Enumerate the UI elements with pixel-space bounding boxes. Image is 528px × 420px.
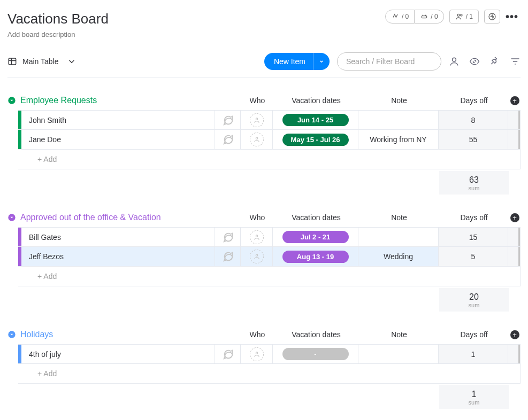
vacation-dates-cell[interactable]: Jun 14 - 25 [273,111,358,129]
note-cell[interactable] [358,111,439,129]
chevron-down-icon [319,59,324,64]
new-item-dropdown[interactable] [313,53,330,70]
more-menu-button[interactable]: ••• [506,11,518,23]
column-header-vacation-dates[interactable]: Vacation dates [273,96,359,105]
note-cell[interactable] [358,228,439,246]
conversation-cell[interactable] [215,111,241,129]
group-title[interactable]: Approved out of the office & Vacation [20,213,161,222]
activity-button[interactable] [484,10,500,24]
collapse-toggle[interactable] [7,96,16,105]
date-badge: May 15 - Jul 26 [282,134,349,146]
add-column-button[interactable]: + [510,96,519,105]
sum-box: 20 sum [439,288,509,312]
automations-button[interactable]: / 0 [385,10,415,24]
add-column-button[interactable]: + [510,330,519,339]
sum-box: 1 sum [439,385,509,409]
conversation-cell[interactable] [215,345,241,363]
vacation-dates-cell[interactable]: May 15 - Jul 26 [273,130,358,149]
people-icon [455,12,464,21]
column-header-note[interactable]: Note [359,330,439,339]
conversation-cell[interactable] [215,247,241,266]
add-item-label: + Add [21,369,439,378]
view-selector[interactable]: Main Table [7,57,76,66]
column-header-note[interactable]: Note [359,96,439,105]
collapse-toggle[interactable] [7,330,16,339]
column-header-note[interactable]: Note [359,213,439,222]
chat-icon [222,134,234,145]
column-header-who[interactable]: Who [241,96,273,105]
table-row[interactable]: John Smith Jun 14 - 25 8 [18,110,521,130]
item-name-cell[interactable]: 4th of july [21,345,215,363]
board-description[interactable]: Add board description [7,30,521,38]
note-cell[interactable]: Working from NY [358,130,439,149]
days-off-cell[interactable]: 1 [439,345,508,363]
who-cell[interactable] [241,247,273,266]
automations-count: / 0 [402,13,409,20]
toolbar: Main Table New Item [7,52,521,77]
search-input[interactable] [337,52,441,71]
column-header-days-off[interactable]: Days off [439,96,509,105]
note-cell[interactable]: Wedding [358,247,439,266]
column-header-who[interactable]: Who [241,330,273,339]
row-end [508,345,520,363]
integrations-button[interactable]: / 0 [415,10,443,24]
conversation-cell[interactable] [215,228,241,246]
who-cell[interactable] [241,345,273,363]
svg-point-9 [256,137,258,139]
collapse-toggle[interactable] [7,213,16,222]
item-name-cell[interactable]: John Smith [21,111,215,129]
svg-point-1 [457,14,460,16]
group-block: Holidays Who Vacation dates Note Days of… [7,330,521,409]
svg-rect-4 [9,58,16,65]
who-cell[interactable] [241,228,273,246]
filter-button[interactable] [510,56,521,67]
vacation-dates-cell[interactable]: - [273,345,358,363]
column-header-who[interactable]: Who [241,213,273,222]
table-row[interactable]: Bill Gates Jul 2 - 21 15 [18,227,521,247]
column-header-vacation-dates[interactable]: Vacation dates [273,213,359,222]
group-title[interactable]: Holidays [20,330,53,339]
row-end [508,247,520,266]
add-item-row[interactable]: + Add [18,267,521,286]
pin-button[interactable] [489,56,500,67]
vacation-dates-cell[interactable]: Jul 2 - 21 [273,228,358,246]
add-item-row[interactable]: + Add [18,364,521,384]
person-icon [449,56,460,67]
days-off-cell[interactable]: 5 [439,247,508,266]
table-row[interactable]: 4th of july - 1 [18,344,521,364]
members-button[interactable]: / 1 [449,10,479,24]
days-off-cell[interactable]: 15 [439,228,508,246]
new-item-label: New Item [264,53,313,70]
table-row[interactable]: Jeff Bezos Aug 13 - 19 Wedding 5 [18,247,521,267]
pin-icon [489,56,500,67]
item-name-cell[interactable]: Jeff Bezos [21,247,215,266]
sum-value: 1 [439,390,509,399]
hide-columns-button[interactable] [469,56,480,67]
column-header-vacation-dates[interactable]: Vacation dates [273,330,359,339]
add-column-button[interactable]: + [510,213,519,222]
who-cell[interactable] [241,130,273,149]
days-off-cell[interactable]: 55 [439,130,508,149]
new-item-button[interactable]: New Item [264,53,330,70]
date-badge: Aug 13 - 19 [282,251,349,263]
robot-icon [391,12,400,21]
vacation-dates-cell[interactable]: Aug 13 - 19 [273,247,358,266]
note-cell[interactable] [358,345,439,363]
svg-point-14 [256,352,258,354]
who-cell[interactable] [241,111,273,129]
group-title[interactable]: Employee Requests [20,96,97,105]
table-row[interactable]: Jane Doe May 15 - Jul 26 Working from NY… [18,130,521,150]
column-header-days-off[interactable]: Days off [439,330,509,339]
days-off-cell[interactable]: 8 [439,111,508,129]
svg-point-8 [256,118,258,120]
collapse-arrow-icon [7,96,16,105]
add-item-row[interactable]: + Add [18,150,521,169]
person-filter-button[interactable] [449,56,460,67]
item-name-cell[interactable]: Jane Doe [21,130,215,149]
chat-icon [222,114,234,126]
conversation-cell[interactable] [215,130,241,149]
collapse-arrow-icon [7,330,16,339]
date-badge: Jun 14 - 25 [282,114,349,126]
column-header-days-off[interactable]: Days off [439,213,509,222]
item-name-cell[interactable]: Bill Gates [21,228,215,246]
